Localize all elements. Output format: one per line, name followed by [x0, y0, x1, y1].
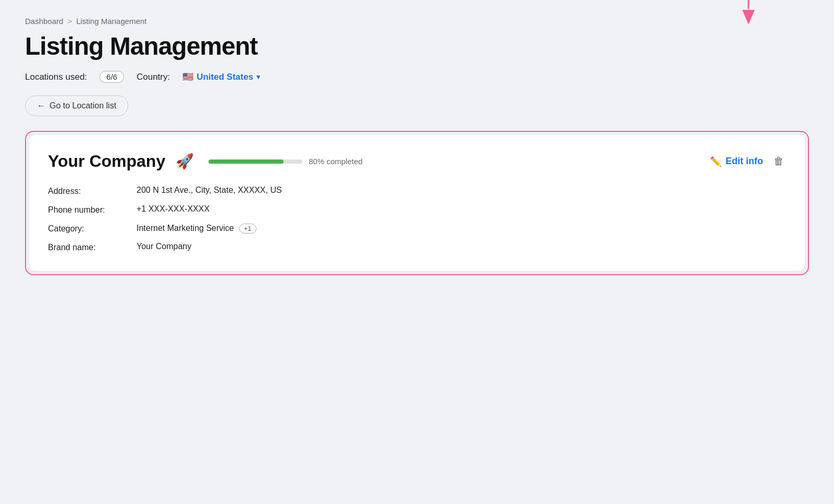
breadcrumb-separator: >	[67, 17, 72, 26]
breadcrumb-parent[interactable]: Dashboard	[25, 17, 63, 26]
page-title: Listing Management	[25, 32, 809, 60]
back-arrow-icon: ←	[37, 101, 45, 110]
go-to-location-list-button[interactable]: ← Go to Location list	[25, 95, 128, 116]
country-selector[interactable]: 🇺🇸 United States ▾	[182, 71, 260, 82]
brand-value: Your Company	[137, 242, 786, 252]
company-name: Your Company	[48, 152, 165, 171]
listing-card: Your Company 🚀 80% completed ✏️ Edit inf…	[29, 135, 805, 271]
edit-pencil-icon: ✏️	[710, 156, 721, 167]
country-flag: 🇺🇸	[182, 71, 193, 82]
card-actions: ✏️ Edit info 🗑	[710, 153, 786, 169]
locations-label: Locations used:	[25, 72, 87, 82]
category-extra-badge: +1	[239, 224, 256, 233]
address-value: 200 N 1st Ave., City, State, XXXXX, US	[137, 186, 786, 196]
progress-bar	[208, 159, 302, 164]
edit-info-button[interactable]: ✏️ Edit info	[710, 156, 763, 167]
progress-label: 80% completed	[309, 157, 362, 166]
country-label: Country:	[137, 72, 170, 82]
go-back-label: Go to Location list	[50, 101, 116, 110]
delete-button[interactable]: 🗑	[771, 153, 786, 169]
edit-info-label: Edit info	[726, 156, 763, 167]
breadcrumb: Dashboard > Listing Management	[25, 17, 809, 26]
category-value: Internet Marketing Service	[137, 224, 234, 233]
info-grid: Address: 200 N 1st Ave., City, State, XX…	[48, 186, 786, 252]
rocket-icon: 🚀	[176, 153, 194, 170]
chevron-down-icon: ▾	[256, 73, 260, 81]
brand-label: Brand name:	[48, 242, 137, 252]
phone-value: +1 XXX-XXX-XXXX	[137, 204, 786, 215]
category-row: Internet Marketing Service +1	[137, 223, 786, 233]
locations-badge: 6/6	[100, 71, 124, 83]
listing-card-wrapper: Your Company 🚀 80% completed ✏️ Edit inf…	[25, 131, 809, 275]
card-header: Your Company 🚀 80% completed ✏️ Edit inf…	[48, 152, 786, 171]
breadcrumb-current: Listing Management	[76, 17, 146, 26]
address-label: Address:	[48, 186, 137, 196]
meta-row: Locations used: 6/6 Country: 🇺🇸 United S…	[25, 71, 809, 83]
progress-section: 80% completed	[208, 157, 700, 166]
country-name: United States	[197, 72, 253, 82]
progress-bar-fill	[208, 159, 284, 164]
category-label: Category:	[48, 223, 137, 233]
trash-icon: 🗑	[774, 155, 784, 167]
phone-label: Phone number:	[48, 204, 137, 215]
